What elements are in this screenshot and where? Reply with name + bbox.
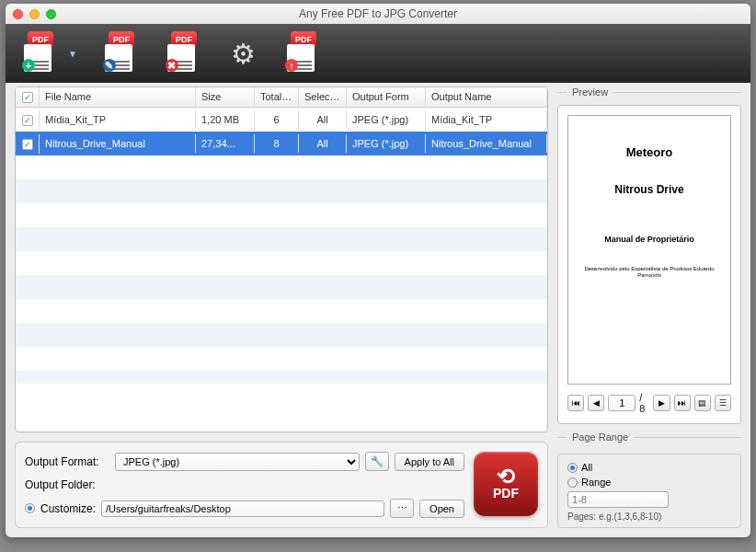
preview-title: Preview: [567, 86, 613, 98]
range-all-radio[interactable]: [567, 463, 578, 473]
page-total-label: / 8: [639, 392, 649, 414]
page-number-input[interactable]: [608, 395, 636, 411]
table-row[interactable]: Nitrous_Drive_Manual27,34...8AllJPEG (*.…: [16, 132, 547, 155]
output-format-select[interactable]: JPEG (*.jpg): [115, 453, 360, 471]
row-checkbox[interactable]: [22, 115, 33, 126]
page-view-button[interactable]: ▤: [694, 395, 711, 411]
remove-pdf-button[interactable]: PDF ✖: [166, 35, 202, 72]
preview-line4: Desenvolvido pelo Especialista de Produt…: [578, 266, 721, 279]
wrench-icon: 🔧: [371, 455, 384, 466]
preview-page: Meteoro Nitrous Drive Manual de Propriet…: [567, 115, 731, 385]
header-outputname[interactable]: Output Name: [426, 87, 547, 107]
header-total[interactable]: Total Pa: [255, 87, 299, 107]
browse-folder-button[interactable]: ⋯: [390, 499, 414, 518]
header-format[interactable]: Output Form: [347, 87, 426, 107]
output-panel: Output Format: JPEG (*.jpg) 🔧 Apply to A…: [15, 442, 548, 528]
customize-radio[interactable]: [25, 503, 35, 513]
range-custom-label: Range: [581, 477, 611, 488]
cell-selected: All: [299, 110, 347, 129]
next-page-button[interactable]: ▶: [653, 395, 670, 411]
file-table: File Name Size Total Pa Selected Output …: [15, 86, 548, 432]
preview-line3: Manual de Proprietário: [604, 235, 694, 244]
plus-icon: +: [22, 59, 35, 72]
preview-line2: Nitrous Drive: [614, 183, 683, 196]
toolbar: PDF + ▼ PDF ✎ PDF ✖ ⚙ PDF ↑: [6, 24, 750, 83]
page-range-panel: All Range Pages: e.g.(1,3,6,8-10): [557, 454, 741, 528]
range-input[interactable]: [567, 491, 669, 508]
upload-icon: ↑: [285, 59, 298, 72]
pencil-icon: ✎: [103, 59, 116, 72]
cell-format: JPEG (*.jpg): [347, 110, 426, 129]
output-folder-input[interactable]: [101, 500, 384, 517]
add-pdf-button[interactable]: PDF +: [22, 35, 59, 72]
gear-icon: ⚙: [231, 38, 256, 70]
header-checkbox-column[interactable]: [16, 87, 40, 107]
window-title: Any Free PDF to JPG Converter: [6, 7, 750, 20]
apply-to-all-button[interactable]: Apply to All: [395, 453, 464, 471]
range-all-label: All: [581, 462, 592, 473]
output-folder-label: Output Folder:: [25, 478, 109, 491]
cell-size: 1,20 MB: [196, 110, 255, 129]
zoom-window-button[interactable]: [46, 9, 56, 19]
prev-page-button[interactable]: ◀: [588, 395, 604, 411]
last-page-button[interactable]: ⏭: [674, 395, 691, 411]
cell-filename: Mídia_Kit_TP: [40, 110, 196, 129]
page-icon: ▤: [698, 398, 706, 408]
page-range-title: Page Range: [567, 431, 634, 443]
list-icon: ☰: [719, 398, 727, 408]
range-custom-radio[interactable]: [567, 477, 578, 488]
convert-label: PDF: [493, 486, 519, 500]
convert-arrows-icon: ⟲: [497, 467, 515, 486]
ellipsis-icon: ⋯: [397, 502, 407, 513]
open-folder-button[interactable]: Open: [419, 500, 464, 518]
preview-line1: Meteoro: [626, 145, 673, 159]
page-list-button[interactable]: ☰: [715, 395, 731, 411]
titlebar: Any Free PDF to JPG Converter: [6, 4, 750, 24]
preview-panel: Meteoro Nitrous Drive Manual de Propriet…: [557, 105, 741, 424]
cell-size: 27,34...: [196, 134, 255, 153]
convert-button[interactable]: ⟲ PDF: [474, 452, 538, 516]
table-header: File Name Size Total Pa Selected Output …: [16, 87, 547, 108]
header-size[interactable]: Size: [196, 87, 255, 107]
header-selected[interactable]: Selected: [299, 87, 347, 107]
table-body: Mídia_Kit_TP1,20 MB6AllJPEG (*.jpg)Mídia…: [16, 108, 547, 384]
range-hint: Pages: e.g.(1,3,6,8-10): [567, 512, 731, 522]
row-checkbox[interactable]: [22, 139, 33, 150]
delete-icon: ✖: [166, 59, 178, 72]
edit-pdf-button[interactable]: PDF ✎: [103, 35, 140, 72]
format-settings-button[interactable]: 🔧: [365, 452, 389, 471]
header-checkbox[interactable]: [22, 92, 33, 103]
cell-filename: Nitrous_Drive_Manual: [40, 134, 196, 153]
header-filename[interactable]: File Name: [40, 87, 196, 107]
cell-outputname: Mídia_Kit_TP: [426, 110, 547, 129]
output-format-label: Output Format:: [25, 455, 109, 468]
cell-total: 6: [255, 110, 299, 129]
minimize-window-button[interactable]: [29, 9, 40, 19]
export-pdf-button[interactable]: PDF ↑: [285, 35, 322, 72]
pager: ⏮ ◀ / 8 ▶ ⏭ ▤ ☰: [567, 392, 731, 414]
first-page-button[interactable]: ⏮: [567, 395, 584, 411]
cell-total: 8: [255, 134, 299, 153]
customize-label: Customize:: [40, 502, 96, 515]
settings-button[interactable]: ⚙: [228, 38, 259, 69]
close-window-button[interactable]: [13, 9, 23, 19]
cell-selected: All: [299, 134, 347, 153]
cell-format: JPEG (*.jpg): [347, 134, 426, 153]
table-row[interactable]: Mídia_Kit_TP1,20 MB6AllJPEG (*.jpg)Mídia…: [16, 108, 547, 132]
cell-outputname: Nitrous_Drive_Manual: [426, 134, 547, 153]
add-dropdown-icon[interactable]: ▼: [68, 49, 77, 59]
